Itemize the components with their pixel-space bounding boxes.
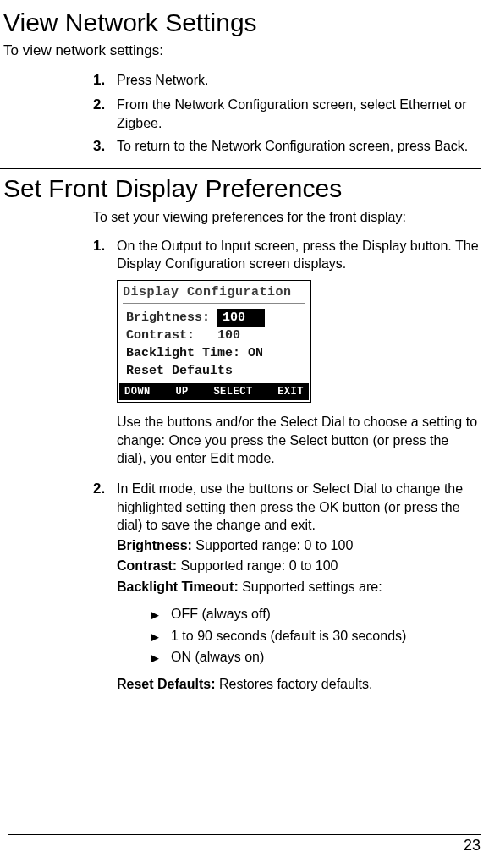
- bullet-text: 1 to 90 seconds (default is 30 seconds): [171, 625, 406, 647]
- ok-button-ref: OK: [319, 500, 338, 514]
- intro-text: To view network settings:: [0, 42, 481, 59]
- setting-text: Supported range: 0 to 100: [192, 538, 353, 552]
- setting-brightness: Brightness: Supported range: 0 to 100: [117, 536, 481, 555]
- bullet-text: ON (always on): [171, 646, 264, 668]
- preamble-text: To set your viewing preferences for the …: [0, 208, 481, 227]
- triangle-icon: ▶: [151, 650, 171, 667]
- bullet-item: ▶ON (always on): [151, 646, 481, 668]
- bullet-text: OFF (always off): [171, 603, 271, 625]
- backlight-options: ▶OFF (always off) ▶1 to 90 seconds (defa…: [117, 603, 481, 668]
- setting-label: Contrast:: [117, 558, 177, 573]
- heading-view-network-settings: View Network Settings: [0, 8, 481, 37]
- setting-label: Reset Defaults:: [117, 677, 215, 691]
- step-text: From the Network Configuration screen, s…: [117, 96, 481, 132]
- step-text: Press Network.: [117, 71, 481, 91]
- step-number: 2.: [93, 96, 117, 132]
- step-text: In Edit mode, use the buttons or Select …: [117, 480, 481, 693]
- page-number: 23: [8, 834, 481, 854]
- triangle-icon: ▶: [151, 629, 171, 646]
- setting-reset: Reset Defaults: Restores factory default…: [117, 675, 481, 694]
- lcd-value: 100: [217, 328, 240, 343]
- setting-text: Restores factory defaults.: [215, 677, 372, 691]
- display-button-ref: Display: [362, 239, 406, 253]
- section-divider: [0, 168, 481, 169]
- step-item: 3. To return to the Network Configuratio…: [93, 137, 481, 157]
- softkey-down: DOWN: [124, 385, 151, 398]
- bullet-item: ▶1 to 90 seconds (default is 30 seconds): [151, 625, 481, 647]
- softkey-exit: EXIT: [277, 385, 304, 398]
- triangle-icon: ▶: [151, 607, 171, 624]
- lcd-label: Contrast:: [126, 328, 195, 343]
- step-item: 2. From the Network Configuration screen…: [93, 96, 481, 132]
- step-number: 1.: [93, 71, 117, 91]
- softkey-up: UP: [175, 385, 188, 398]
- display-config-screen: Display Configuration Brightness: 100 Co…: [117, 280, 311, 403]
- lcd-softkeys: DOWN UP SELECT EXIT: [119, 383, 309, 400]
- step-number: 3.: [93, 137, 117, 157]
- setting-label: Brightness:: [117, 538, 192, 552]
- setting-label: Backlight Timeout:: [117, 580, 239, 594]
- lcd-row-backlight: Backlight Time: ON: [126, 344, 302, 362]
- bullet-item: ▶OFF (always off): [151, 603, 481, 625]
- step-item: 1. Press Network.: [93, 71, 481, 91]
- step-text: To return to the Network Configuration s…: [117, 137, 481, 157]
- lcd-label: Brightness:: [126, 310, 210, 325]
- lcd-value: ON: [248, 346, 263, 360]
- step-item: 2. In Edit mode, use the buttons or Sele…: [93, 480, 481, 693]
- lcd-title-underline: [123, 303, 305, 304]
- step-number: 1.: [93, 237, 117, 475]
- step-item: 1. On the Output to Input screen, press …: [93, 237, 481, 475]
- lcd-row-reset: Reset Defaults: [126, 362, 302, 380]
- step-text: On the Output to Input screen, press the…: [117, 237, 481, 475]
- setting-backlight: Backlight Timeout: Supported settings ar…: [117, 578, 481, 596]
- setting-text: Supported range: 0 to 100: [177, 558, 338, 573]
- step-post-text: Use the buttons and/or the Select Dial t…: [117, 413, 481, 468]
- setting-contrast: Contrast: Supported range: 0 to 100: [117, 557, 481, 575]
- lcd-row-contrast: Contrast: 100: [126, 327, 302, 344]
- heading-set-front-display: Set Front Display Preferences: [0, 174, 481, 203]
- lcd-value-selected: 100: [217, 309, 265, 327]
- lcd-label: Backlight Time:: [126, 346, 240, 360]
- softkey-select: SELECT: [213, 385, 252, 398]
- lcd-row-brightness: Brightness: 100: [126, 309, 302, 327]
- setting-text: Supported settings are:: [239, 580, 382, 594]
- steps-list-2: 1. On the Output to Input screen, press …: [0, 237, 481, 694]
- lcd-title: Display Configuration: [119, 283, 309, 303]
- step-number: 2.: [93, 480, 117, 693]
- step-text-part: On the Output to Input screen, press the: [117, 239, 362, 253]
- steps-list-1: 1. Press Network. 2. From the Network Co…: [0, 71, 481, 157]
